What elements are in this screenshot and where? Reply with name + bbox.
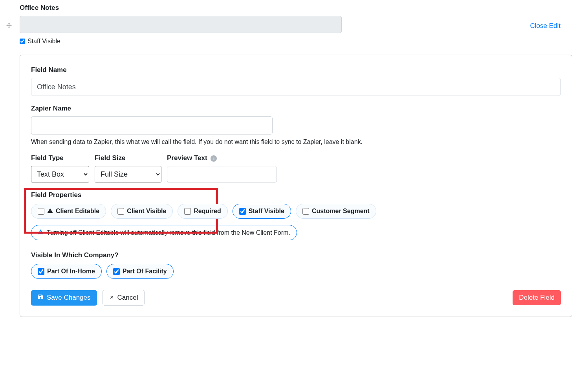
staff-visible-label-top: Staff Visible <box>27 38 60 45</box>
facility-checkbox[interactable] <box>113 268 120 275</box>
field-size-col: Field Size Full Size <box>95 154 161 182</box>
staff-visible-pill[interactable]: Staff Visible <box>233 204 291 219</box>
zapier-name-group: Zapier Name When sending data to Zapier,… <box>31 105 561 146</box>
facility-pill[interactable]: Part Of Facility <box>106 264 174 279</box>
info-icon[interactable]: i <box>211 155 217 162</box>
customer-segment-pill[interactable]: Customer Segment <box>296 204 376 219</box>
delete-button[interactable]: Delete Field <box>513 290 561 305</box>
staff-visible-check-top[interactable]: Staff Visible <box>20 38 572 45</box>
cancel-button-label: Cancel <box>117 294 138 302</box>
staff-visible-checkbox-top[interactable] <box>20 39 25 44</box>
field-type-col: Field Type Text Box <box>31 154 89 182</box>
type-size-row: Field Type Text Box Field Size Full Size… <box>31 154 561 182</box>
edit-panel: Field Name Zapier Name When sending data… <box>20 55 572 317</box>
preview-text-input[interactable] <box>167 166 277 182</box>
save-icon <box>37 294 44 302</box>
company-row: Part Of In-Home Part Of Facility <box>31 264 561 279</box>
zapier-name-label: Zapier Name <box>31 105 561 112</box>
field-name-label: Field Name <box>31 66 561 74</box>
staff-visible-checkbox[interactable] <box>239 208 246 215</box>
close-icon <box>109 294 114 302</box>
field-properties-label: Field Properties <box>31 191 561 199</box>
customer-segment-label: Customer Segment <box>312 208 370 215</box>
client-visible-label: Client Visible <box>127 208 166 215</box>
button-row: Save Changes Cancel Delete Field <box>31 290 561 306</box>
field-preview-section: Office Notes Close Edit Staff Visible <box>20 4 572 45</box>
required-pill[interactable]: Required <box>178 204 227 219</box>
in-home-label: Part Of In-Home <box>47 268 95 275</box>
close-edit-link[interactable]: Close Edit <box>530 22 561 30</box>
save-button-label: Save Changes <box>47 294 91 302</box>
cancel-button[interactable]: Cancel <box>103 290 145 306</box>
client-editable-pill[interactable]: Client Editable <box>31 204 106 219</box>
customer-segment-checkbox[interactable] <box>302 208 309 215</box>
preview-text-label: Preview Text i <box>167 154 277 162</box>
client-editable-checkbox[interactable] <box>38 208 44 215</box>
facility-label: Part Of Facility <box>123 268 167 275</box>
staff-visible-label: Staff Visible <box>249 208 284 215</box>
field-properties-section: Field Properties Client Editable Client … <box>31 191 561 219</box>
field-properties-row: Client Editable Client Visible Required … <box>31 204 561 219</box>
warning-icon <box>47 208 53 215</box>
preview-text-col: Preview Text i <box>167 154 277 182</box>
delete-button-label: Delete Field <box>519 294 555 302</box>
save-button[interactable]: Save Changes <box>31 290 97 306</box>
zapier-help-text: When sending data to Zapier, this what w… <box>31 138 561 146</box>
client-editable-label: Client Editable <box>56 208 99 215</box>
warning-text: Turning off Client Editable will automat… <box>47 229 290 236</box>
office-notes-label: Office Notes <box>20 4 572 12</box>
field-type-select[interactable]: Text Box <box>31 166 89 182</box>
warning-triangle-icon <box>38 229 44 236</box>
field-size-select[interactable]: Full Size <box>95 166 161 182</box>
office-notes-input <box>20 16 342 33</box>
field-name-input[interactable] <box>31 78 561 96</box>
required-checkbox[interactable] <box>184 208 191 215</box>
field-name-group: Field Name <box>31 66 561 96</box>
client-visible-pill[interactable]: Client Visible <box>111 204 173 219</box>
zapier-name-input[interactable] <box>31 116 273 135</box>
drag-handle-icon[interactable] <box>5 22 13 31</box>
preview-text-label-text: Preview Text <box>167 154 207 162</box>
client-visible-checkbox[interactable] <box>117 208 124 215</box>
field-size-label: Field Size <box>95 154 161 162</box>
in-home-pill[interactable]: Part Of In-Home <box>31 264 102 279</box>
required-label: Required <box>194 208 221 215</box>
client-editable-warning: Turning off Client Editable will automat… <box>31 225 297 240</box>
company-section-label: Visible In Which Company? <box>31 251 561 259</box>
in-home-checkbox[interactable] <box>38 268 44 275</box>
field-type-label: Field Type <box>31 154 89 162</box>
